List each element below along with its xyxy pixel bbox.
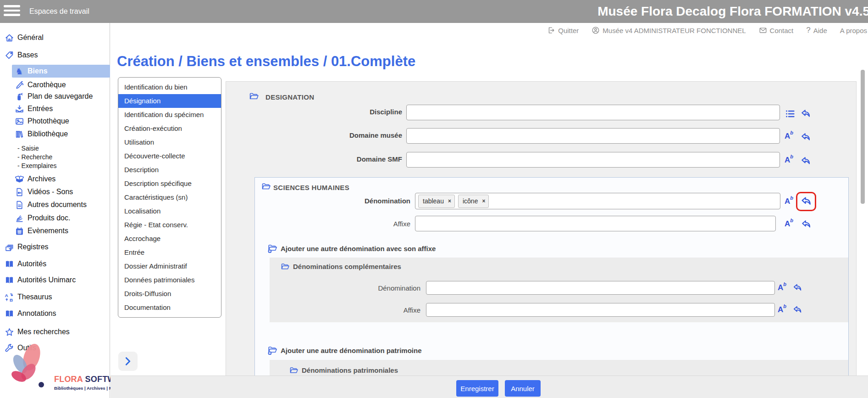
- remove-tag-icon[interactable]: ×: [448, 198, 451, 204]
- denomination-label: Dénomination: [282, 197, 410, 205]
- envelope-icon: [759, 26, 767, 34]
- sidebar-item-mes-recherches[interactable]: Mes recherches: [0, 325, 110, 338]
- sidebar-item-annotations[interactable]: Annotations: [0, 307, 110, 320]
- affixe-complementaire-input[interactable]: [426, 303, 775, 317]
- designation-section-title: DESIGNATION: [265, 93, 314, 101]
- domaine-smf-label: Domaine SMF: [272, 155, 402, 163]
- sidebar-item-carotheque[interactable]: Carothèque: [0, 78, 110, 91]
- folder-plus-icon: [267, 244, 278, 253]
- page-title: Création / Biens et ensembles / 01.Compl…: [117, 53, 415, 70]
- sidebar-item-bibliotheque[interactable]: Bibliothèque: [0, 128, 110, 140]
- tab-identification-du-bien[interactable]: Identification du bien: [118, 80, 221, 94]
- undo-icon[interactable]: [800, 156, 811, 168]
- workspace-label[interactable]: Espaces de travail: [29, 0, 89, 23]
- home-icon: [4, 33, 15, 43]
- undo-icon[interactable]: [792, 305, 802, 317]
- open-book-icon: [4, 275, 15, 285]
- collapse-panel-button[interactable]: [118, 352, 138, 371]
- sidebar-item-produits-doc[interactable]: Produits doc.: [0, 212, 110, 224]
- sidebar-item-phototheque[interactable]: Photothèque: [0, 115, 110, 128]
- tab-description-specifique[interactable]: Description spécifique: [118, 177, 221, 191]
- about-menu-item[interactable]: A propos: [840, 27, 867, 34]
- user-icon: [592, 26, 600, 34]
- cancel-button[interactable]: Annuler: [505, 380, 541, 397]
- ab-authority-icon[interactable]: Ab: [778, 284, 786, 291]
- sidebar-item-registres[interactable]: Registres: [0, 241, 110, 253]
- question-mark-icon: ?: [806, 26, 810, 35]
- tab-description[interactable]: Description: [118, 163, 221, 177]
- help-menu-item[interactable]: ? Aide: [806, 26, 827, 35]
- add-denomination-affixe-action[interactable]: Ajouter une autre dénomination avec son …: [267, 244, 436, 253]
- utility-menu: Quitter Musée v4 ADMINISTRATEUR FONCTION…: [111, 23, 868, 38]
- ab-authority-icon[interactable]: Ab: [785, 132, 793, 140]
- sidebar-item-archives[interactable]: Archives: [0, 173, 110, 185]
- tab-designation[interactable]: Désignation: [118, 94, 221, 108]
- undo-icon[interactable]: [800, 132, 811, 145]
- chess-knight-icon: ♞: [14, 67, 25, 76]
- sidebar-item-entrees[interactable]: Entrées: [0, 102, 110, 115]
- document-icon: [14, 200, 25, 210]
- hamburger-menu-icon[interactable]: [4, 5, 20, 17]
- affixe-complementaire-label: Affixe: [288, 306, 420, 314]
- tab-dossier-administratif[interactable]: Dossier Administratif: [118, 259, 221, 273]
- ab-authority-icon[interactable]: Ab: [785, 156, 793, 164]
- ab-authority-icon[interactable]: Ab: [778, 306, 786, 314]
- list-picker-icon[interactable]: [785, 108, 796, 121]
- undo-icon[interactable]: [792, 283, 802, 295]
- sidebar-item-autorites-unimarc[interactable]: Autorités Unimarc: [0, 274, 110, 286]
- sidebar-item-evenements[interactable]: Evènements: [0, 224, 110, 237]
- sidebar-item-autorites[interactable]: Autorités: [0, 258, 110, 270]
- translate-ab-icon: AB: [4, 292, 15, 302]
- sciences-humaines-title: SCIENCES HUMAINES: [273, 184, 349, 191]
- remove-tag-icon[interactable]: ×: [482, 198, 485, 204]
- tab-utilisation[interactable]: Utilisation: [118, 135, 221, 149]
- red-highlight-ring: [796, 192, 816, 211]
- sidebar-item-videos-sons[interactable]: Vidéos - Sons: [0, 185, 110, 198]
- tab-decouverte-collecte[interactable]: Découverte-collecte: [118, 149, 221, 163]
- denomination-input[interactable]: tableau× icône×: [415, 193, 780, 209]
- tab-donnees-patrimoniales[interactable]: Données patrimoniales: [118, 273, 221, 287]
- fire-extinguisher-icon: [14, 92, 25, 101]
- sidebar-item-exemplaires[interactable]: - Exemplaires: [0, 159, 110, 172]
- domaine-smf-input[interactable]: [406, 152, 780, 168]
- vertical-scrollbar[interactable]: [861, 70, 865, 204]
- folder-icon: [281, 263, 290, 270]
- tab-creation-execution[interactable]: Création-exécution: [118, 122, 221, 135]
- tab-localisation[interactable]: Localisation: [118, 204, 221, 218]
- photo-icon: [14, 117, 25, 126]
- discipline-input[interactable]: [406, 105, 780, 120]
- undo-icon[interactable]: [800, 108, 811, 121]
- folder-plus-icon: [267, 346, 278, 355]
- sidebar-item-general[interactable]: Général: [0, 31, 110, 44]
- tab-regie-etat-conserv[interactable]: Régie - Etat conserv.: [118, 218, 221, 232]
- tab-documentation[interactable]: Documentation: [118, 301, 221, 314]
- sidebar-item-bases[interactable]: Bases: [0, 49, 110, 62]
- quit-menu-item[interactable]: Quitter: [547, 26, 579, 34]
- ab-authority-icon[interactable]: Ab: [785, 220, 793, 228]
- tab-caracteristiques-sn[interactable]: Caractéristiques (sn): [118, 191, 221, 204]
- sidebar-item-biens[interactable]: ♞ Biens: [12, 65, 110, 78]
- open-box-icon: [14, 174, 25, 184]
- save-button[interactable]: Enregistrer: [456, 380, 498, 397]
- add-denomination-patrimoine-action[interactable]: Ajouter une autre dénomination patrimoin…: [267, 346, 422, 355]
- domaine-musee-input[interactable]: [406, 128, 780, 144]
- sidebar-item-thesaurus[interactable]: AB Thesaurus: [0, 291, 110, 303]
- user-menu-item[interactable]: Musée v4 ADMINISTRATEUR FONCTIONNEL: [592, 26, 746, 34]
- tab-droits-diffusion[interactable]: Droits-Diffusion: [118, 287, 221, 301]
- affixe-input[interactable]: [415, 216, 776, 231]
- svg-text:B: B: [10, 297, 13, 302]
- undo-icon[interactable]: [801, 219, 812, 232]
- denomination-complementaire-input[interactable]: [426, 281, 775, 295]
- flora-application-window: Espaces de travail Musée Flora Decalog F…: [0, 0, 868, 398]
- sidebar-item-plan-de-sauvegarde[interactable]: Plan de sauvegarde: [0, 90, 110, 103]
- denominations-complementaires-title: Dénominations complémentaires: [281, 263, 401, 270]
- tab-identification-du-specimen[interactable]: Identification du spécimen: [118, 108, 221, 122]
- domaine-musee-label: Domaine musée: [272, 131, 402, 139]
- tab-accrochage[interactable]: Accrochage: [118, 232, 221, 246]
- chevron-right-icon: [123, 356, 133, 367]
- contact-menu-item[interactable]: Contact: [759, 26, 794, 34]
- tag-chip-icone: icône×: [458, 195, 489, 208]
- tab-entree[interactable]: Entrée: [118, 246, 221, 259]
- ab-authority-icon[interactable]: Ab: [785, 197, 793, 205]
- sidebar-item-autres-documents[interactable]: Autres documents: [0, 198, 110, 211]
